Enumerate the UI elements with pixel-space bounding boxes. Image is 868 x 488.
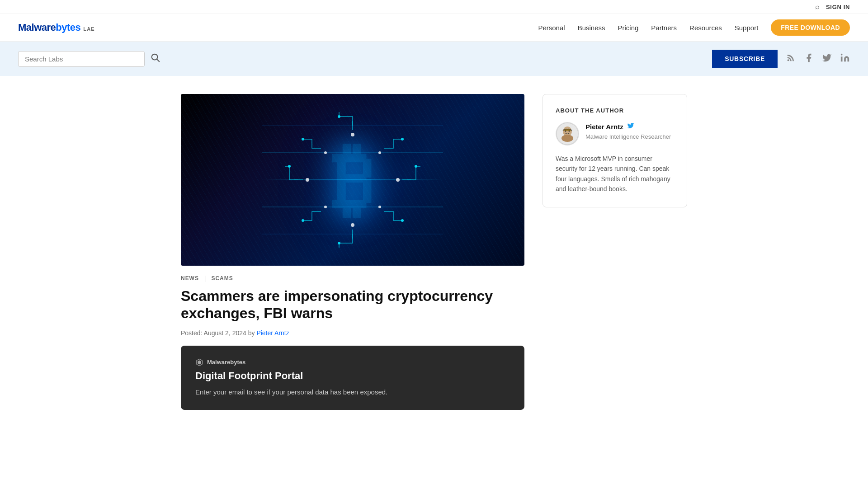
nav-pricing[interactable]: Pricing bbox=[618, 24, 639, 32]
article-title: Scammers are impersonating cryptocurrenc… bbox=[181, 287, 524, 322]
dfp-title: Digital Footprint Portal bbox=[195, 370, 510, 382]
meta-date: August 2, 2024 bbox=[204, 329, 246, 337]
nav-personal[interactable]: Personal bbox=[538, 24, 565, 32]
dfp-logo-icon bbox=[195, 358, 203, 366]
article-main: ₿ bbox=[181, 94, 524, 410]
main-nav: Malwarebytes LAE Personal Business Prici… bbox=[0, 14, 868, 42]
svg-point-22 bbox=[378, 206, 381, 208]
nav-business[interactable]: Business bbox=[578, 24, 605, 32]
svg-point-2 bbox=[788, 59, 789, 61]
logo-malware: Malware bbox=[18, 22, 56, 33]
tag-scams[interactable]: SCAMS bbox=[211, 275, 233, 282]
author-bio: Was a Microsoft MVP in consumer security… bbox=[556, 154, 674, 194]
author-role: Malware Intelligence Researcher bbox=[585, 133, 671, 141]
svg-point-10 bbox=[338, 242, 340, 244]
nav-support[interactable]: Support bbox=[735, 24, 759, 32]
meta-posted: Posted: bbox=[181, 329, 202, 337]
labs-bar: SUBSCRIBE bbox=[0, 42, 868, 76]
author-card: ABOUT THE AUTHOR Pi bbox=[542, 94, 687, 207]
search-input[interactable] bbox=[18, 51, 145, 67]
tag-divider: | bbox=[204, 275, 206, 282]
labs-right: SUBSCRIBE bbox=[712, 50, 850, 68]
svg-point-7 bbox=[288, 165, 291, 168]
facebook-icon[interactable] bbox=[804, 53, 814, 65]
rss-icon[interactable] bbox=[786, 53, 796, 65]
tag-news[interactable]: NEWS bbox=[181, 275, 199, 282]
content-wrapper: ₿ bbox=[163, 94, 705, 410]
twitter-icon[interactable] bbox=[822, 53, 832, 65]
dfp-logo-text: Malwarebytes bbox=[207, 359, 245, 366]
dfp-description: Enter your email to see if your personal… bbox=[195, 387, 510, 398]
article-meta: Posted: August 2, 2024 by Pieter Arntz bbox=[181, 329, 524, 337]
nav-links: Personal Business Pricing Partners Resou… bbox=[538, 19, 850, 36]
author-name-row: Pieter Arntz bbox=[585, 122, 671, 131]
search-icon bbox=[150, 52, 160, 62]
svg-point-18 bbox=[396, 178, 400, 182]
svg-rect-3 bbox=[841, 56, 843, 61]
logo-bytes: bytes bbox=[56, 22, 80, 33]
search-button[interactable] bbox=[150, 52, 160, 65]
avatar bbox=[556, 122, 579, 145]
svg-point-15 bbox=[351, 133, 354, 136]
dfp-logo-area: Malwarebytes bbox=[195, 358, 510, 366]
bitcoin-visual: ₿ bbox=[285, 112, 420, 248]
svg-point-25 bbox=[561, 135, 573, 142]
svg-point-21 bbox=[324, 206, 327, 208]
logo-labs: LAE bbox=[83, 26, 94, 32]
svg-point-20 bbox=[378, 151, 381, 154]
svg-point-14 bbox=[401, 219, 404, 222]
svg-point-12 bbox=[401, 138, 404, 141]
linkedin-icon[interactable] bbox=[840, 53, 850, 65]
meta-by: by bbox=[248, 329, 257, 337]
circuit-svg bbox=[285, 112, 420, 248]
digital-footprint-box: Malwarebytes Digital Footprint Portal En… bbox=[181, 346, 524, 410]
author-name: Pieter Arntz bbox=[585, 123, 623, 131]
svg-point-16 bbox=[351, 223, 354, 227]
author-name-area: Pieter Arntz Malware Intelligence Resear… bbox=[585, 122, 671, 141]
article-hero-image: ₿ bbox=[181, 94, 524, 266]
labs-search-area bbox=[18, 51, 160, 67]
logo-text: Malwarebytes bbox=[18, 22, 80, 33]
topbar-search-icon[interactable]: ⌕ bbox=[815, 3, 820, 11]
svg-point-8 bbox=[415, 165, 417, 168]
svg-line-1 bbox=[157, 59, 159, 61]
avatar-illustration bbox=[556, 122, 579, 145]
svg-point-13 bbox=[302, 219, 304, 222]
about-author-label: ABOUT THE AUTHOR bbox=[556, 107, 674, 114]
svg-point-4 bbox=[841, 53, 843, 55]
nav-resources[interactable]: Resources bbox=[689, 24, 722, 32]
sidebar: ABOUT THE AUTHOR Pi bbox=[542, 94, 687, 410]
svg-point-11 bbox=[302, 138, 304, 141]
svg-point-19 bbox=[324, 151, 327, 154]
article-tags: NEWS | SCAMS bbox=[181, 275, 524, 282]
signin-button[interactable]: SIGN IN bbox=[826, 4, 850, 10]
top-bar: ⌕ SIGN IN bbox=[0, 0, 868, 14]
free-download-button[interactable]: FREE DOWNLOAD bbox=[771, 19, 850, 36]
author-info: Pieter Arntz Malware Intelligence Resear… bbox=[556, 122, 674, 145]
subscribe-button[interactable]: SUBSCRIBE bbox=[712, 50, 778, 68]
author-twitter-icon[interactable] bbox=[627, 122, 634, 131]
logo[interactable]: Malwarebytes LAE bbox=[18, 22, 95, 33]
svg-point-17 bbox=[306, 178, 309, 182]
meta-author-link[interactable]: Pieter Arntz bbox=[256, 329, 289, 337]
nav-partners[interactable]: Partners bbox=[651, 24, 677, 32]
svg-point-9 bbox=[338, 115, 340, 118]
